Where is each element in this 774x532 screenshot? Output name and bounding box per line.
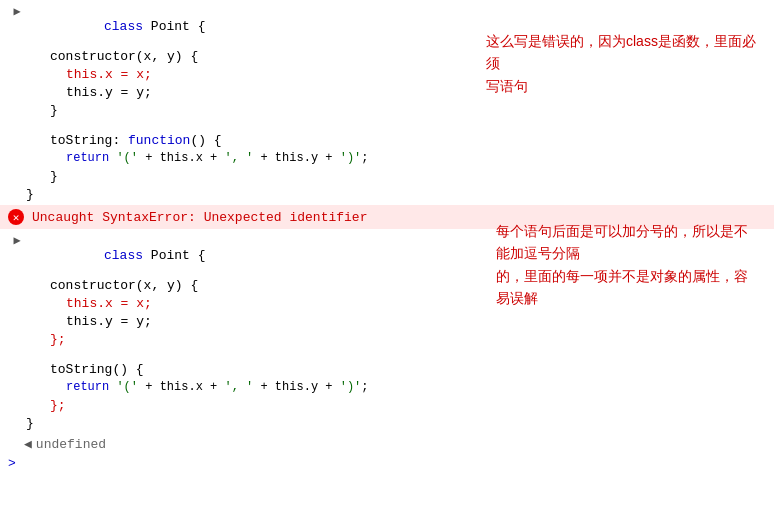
code-line: } bbox=[0, 169, 774, 187]
error-text: Uncaught SyntaxError: Unexpected identif… bbox=[32, 210, 367, 225]
brace-2: { bbox=[190, 248, 206, 263]
code-text: return '(' + this.x + ', ' + this.y + ')… bbox=[66, 151, 766, 165]
keyword-class: class bbox=[104, 19, 151, 34]
code-text: class Point { bbox=[26, 4, 766, 49]
code-text: } bbox=[50, 169, 766, 184]
code-line: ▶ class Point { bbox=[0, 4, 774, 49]
code-line: this.x = x; bbox=[0, 296, 774, 314]
code-text: }; bbox=[50, 398, 766, 413]
code-text: constructor(x, y) { bbox=[50, 49, 766, 64]
prompt-symbol: > bbox=[8, 456, 16, 471]
code-line: toString() { bbox=[0, 362, 774, 380]
code-text: return '(' + this.x + ', ' + this.y + ')… bbox=[66, 380, 766, 394]
gutter-arrow-2: ▶ bbox=[8, 233, 26, 248]
code-text: constructor(x, y) { bbox=[50, 278, 766, 293]
code-text-red: this.x = x; bbox=[66, 67, 766, 82]
code-line: }; bbox=[0, 332, 774, 350]
code-text: toString: function() { bbox=[50, 133, 766, 148]
undefined-text: undefined bbox=[32, 437, 106, 452]
code-text: } bbox=[26, 416, 766, 431]
keyword-class-2: class bbox=[104, 248, 151, 263]
code-text: this.y = y; bbox=[66, 85, 766, 100]
class-name: Point bbox=[151, 19, 190, 34]
code-text: class Point { bbox=[26, 233, 766, 278]
code-line: } bbox=[0, 103, 774, 121]
code-line: this.y = y; bbox=[0, 314, 774, 332]
error-icon: ✕ bbox=[8, 209, 24, 225]
code-line: } bbox=[0, 187, 774, 205]
code-line: toString: function() { bbox=[0, 133, 774, 151]
code-line: this.y = y; bbox=[0, 85, 774, 103]
section-1: ▶ class Point { constructor(x, y) { this… bbox=[0, 0, 774, 205]
code-line: }; bbox=[0, 398, 774, 416]
code-line-blank bbox=[0, 121, 774, 133]
section-2: ▶ class Point { constructor(x, y) { this… bbox=[0, 229, 774, 434]
code-line: ▶ class Point { bbox=[0, 233, 774, 278]
code-text: this.y = y; bbox=[66, 314, 766, 329]
undefined-line: ◀ undefined bbox=[0, 434, 774, 454]
expand-triangle-3: ◀ bbox=[8, 436, 32, 452]
code-line: constructor(x, y) { bbox=[0, 49, 774, 67]
brace: { bbox=[190, 19, 206, 34]
code-text: } bbox=[26, 187, 766, 202]
code-line-blank-2 bbox=[0, 350, 774, 362]
code-line: constructor(x, y) { bbox=[0, 278, 774, 296]
code-area: ▶ class Point { constructor(x, y) { this… bbox=[0, 0, 774, 532]
prompt-line[interactable]: > bbox=[0, 454, 774, 473]
code-line: } bbox=[0, 416, 774, 434]
code-text: } bbox=[50, 103, 766, 118]
code-line: return '(' + this.x + ', ' + this.y + ')… bbox=[0, 151, 774, 169]
console-container: ▶ class Point { constructor(x, y) { this… bbox=[0, 0, 774, 532]
code-line: return '(' + this.x + ', ' + this.y + ')… bbox=[0, 380, 774, 398]
class-name-2: Point bbox=[151, 248, 190, 263]
error-line: ✕ Uncaught SyntaxError: Unexpected ident… bbox=[0, 205, 774, 229]
code-text-red-2: this.x = x; bbox=[66, 296, 766, 311]
code-text: toString() { bbox=[50, 362, 766, 377]
code-line: this.x = x; bbox=[0, 67, 774, 85]
code-text: }; bbox=[50, 332, 766, 347]
gutter-arrow: ▶ bbox=[8, 4, 26, 19]
